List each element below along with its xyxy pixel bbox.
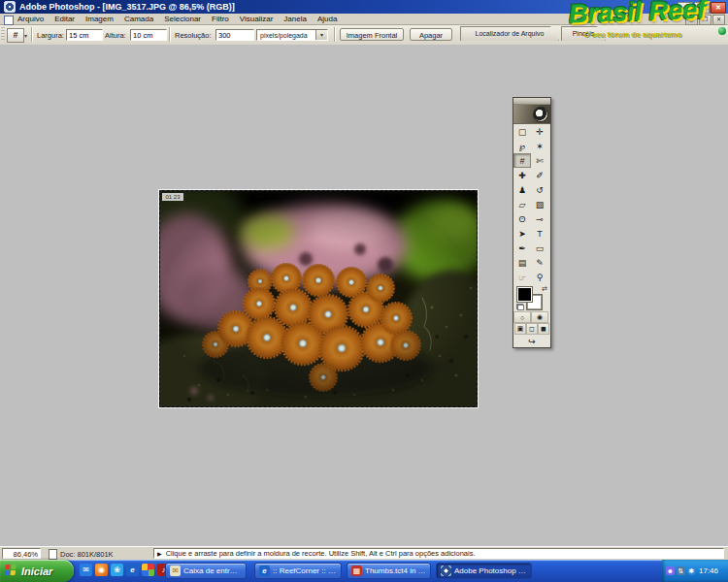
swap-colors-icon[interactable]: ⇄	[542, 285, 547, 293]
separator	[334, 27, 335, 42]
menu-imagem[interactable]: Imagem	[85, 15, 114, 23]
task-photoshop[interactable]: Adobe Photoshop - [...	[436, 563, 532, 579]
crop-tool[interactable]: #	[513, 153, 531, 168]
menu-ajuda[interactable]: Ajuda	[317, 15, 337, 23]
foreground-color-chip[interactable]	[517, 287, 532, 302]
zoom-level-field[interactable]: 86,46%	[2, 548, 41, 559]
eraser-tool[interactable]: ▱	[513, 197, 531, 211]
toolbox-title-bar[interactable]	[513, 98, 550, 105]
menu-camada[interactable]: Camada	[124, 15, 153, 23]
options-bar-grip[interactable]	[1, 27, 5, 42]
jump-to-imageready-button[interactable]: ↪	[513, 335, 550, 347]
healing-brush-icon: ✚	[518, 171, 526, 180]
front-image-button[interactable]: Imagem Frontal	[340, 28, 404, 41]
blur-tool[interactable]: ʘ	[513, 211, 531, 226]
brush-tool[interactable]: ✐	[531, 168, 548, 182]
type-tool[interactable]: T	[531, 226, 548, 241]
magic-wand-tool[interactable]: ✶	[531, 139, 548, 153]
tab-file-browser[interactable]: Localizador de Arquivo	[460, 26, 559, 41]
messenger-icon[interactable]: ❀	[111, 564, 123, 576]
status-bar: 86,46% Doc: 801K/801K ▶ Clique e arraste…	[0, 546, 728, 561]
lasso-tool[interactable]: ℘	[513, 139, 531, 153]
image-canvas[interactable]: 01 23	[159, 190, 478, 407]
toolbox-palette: ▢ ✛ ℘ ✶ # ✄ ✚ ✐ ♟ ↺ ▱ ▨ ʘ ⊸ ➤ T ✒ ▭ ▤ ✎	[513, 97, 551, 348]
menu-janela[interactable]: Janela	[283, 15, 307, 23]
doc-close-button[interactable]: ✕	[712, 15, 725, 25]
fullscreen-menubar-button[interactable]: ◻	[526, 323, 538, 335]
eyedropper-tool[interactable]: ✎	[531, 255, 548, 270]
task-thumbs[interactable]: ▦ Thumbs.tct4 in Thumb...	[347, 563, 431, 579]
clock[interactable]: 17:46	[699, 566, 718, 575]
type-icon: T	[537, 229, 543, 239]
zoom-tool[interactable]: ⚲	[531, 270, 548, 284]
move-tool[interactable]: ✛	[531, 124, 548, 139]
task-label: Thumbs.tct4 in Thumb...	[365, 566, 426, 575]
thumbnails-app-icon: ▦	[351, 566, 362, 576]
media-icon[interactable]	[142, 564, 154, 576]
slice-tool[interactable]: ✄	[531, 153, 548, 168]
eyedropper-icon: ✎	[536, 258, 544, 268]
hand-tool[interactable]: ☞	[513, 270, 531, 284]
messenger-tray-icon[interactable]: ☻	[666, 566, 675, 575]
menu-filtro[interactable]: Filtro	[212, 15, 229, 23]
green-dot-icon	[718, 27, 726, 35]
path-selection-icon: ➤	[518, 229, 526, 239]
close-button[interactable]: ✕	[711, 2, 726, 14]
history-brush-icon: ↺	[536, 185, 544, 195]
network-tray-icon[interactable]: ⇅	[677, 566, 685, 575]
history-brush-tool[interactable]: ↺	[531, 182, 548, 197]
clear-button[interactable]: Apagar	[410, 28, 452, 41]
ie-icon: e	[259, 566, 270, 576]
start-button[interactable]: Iniciar	[0, 560, 74, 582]
workspace: 01 23	[0, 45, 728, 546]
standard-mode-button[interactable]: ○	[513, 311, 531, 323]
standard-mode-icon: ○	[520, 314, 524, 321]
menu-selecionar[interactable]: Selecionar	[164, 15, 201, 23]
magic-wand-icon: ✶	[536, 142, 544, 151]
photoshop-feather-logo[interactable]	[513, 105, 550, 124]
shape-tool[interactable]: ▭	[531, 241, 548, 255]
resolution-unit-select[interactable]: pixels/polegada ▾	[256, 29, 328, 41]
update-tray-icon[interactable]: ✱	[687, 566, 696, 575]
crop-icon: #	[519, 156, 524, 166]
blur-icon: ʘ	[518, 214, 525, 224]
task-reefcorner[interactable]: e :: ReefCorner :: - Mo...	[254, 563, 342, 579]
clone-stamp-tool[interactable]: ♟	[513, 182, 531, 197]
task-inbox[interactable]: ✉ Caixa de entrada - O...	[165, 563, 247, 579]
quick-mask-mode-button[interactable]: ◉	[531, 311, 548, 323]
hint-arrow-icon: ▶	[157, 550, 162, 557]
zoom-icon: ⚲	[537, 273, 544, 282]
pen-tool[interactable]: ✒	[513, 241, 531, 255]
path-selection-tool[interactable]: ➤	[513, 226, 531, 241]
menu-editar[interactable]: Editar	[54, 15, 75, 23]
player-icon[interactable]: ◉	[95, 564, 108, 576]
menu-arquivo[interactable]: Arquivo	[17, 15, 44, 23]
notes-icon: ▤	[518, 258, 527, 268]
notes-tool[interactable]: ▤	[513, 255, 531, 270]
rectangular-marquee-tool[interactable]: ▢	[513, 124, 531, 139]
imageready-icon: ↪	[528, 337, 536, 346]
crop-tool-preset-icon[interactable]: #	[7, 28, 24, 43]
menu-visualizar[interactable]: Visualizar	[240, 15, 274, 23]
height-input[interactable]	[130, 29, 167, 41]
dodge-tool[interactable]: ⊸	[531, 211, 548, 226]
standard-screen-button[interactable]: ▣	[514, 323, 526, 335]
width-input[interactable]	[66, 29, 103, 41]
tool-preset-caret-icon[interactable]: ▾	[24, 32, 27, 39]
gradient-tool[interactable]: ▨	[531, 197, 548, 211]
resolution-input[interactable]	[215, 29, 254, 41]
task-label: Adobe Photoshop - [...	[454, 566, 527, 575]
healing-brush-tool[interactable]: ✚	[513, 168, 531, 182]
shape-icon: ▭	[536, 243, 545, 253]
windows-taskbar: Iniciar ✉ ◉ ❀ e ♪ » ✉ Caixa de entrada -…	[0, 560, 728, 582]
fullscreen-button[interactable]: ◼	[538, 323, 549, 335]
tool-hint-text: Clique e arraste para definir a moldura …	[166, 549, 476, 558]
brush-icon: ✐	[536, 171, 544, 180]
resolution-label: Resolução:	[175, 31, 212, 40]
mail-icon[interactable]: ✉	[80, 564, 92, 576]
ie-icon[interactable]: e	[126, 564, 139, 576]
default-colors-icon[interactable]	[516, 304, 524, 310]
start-button-label: Iniciar	[21, 566, 52, 577]
chevron-down-icon[interactable]: ▾	[315, 30, 327, 40]
slice-icon: ✄	[536, 156, 544, 166]
